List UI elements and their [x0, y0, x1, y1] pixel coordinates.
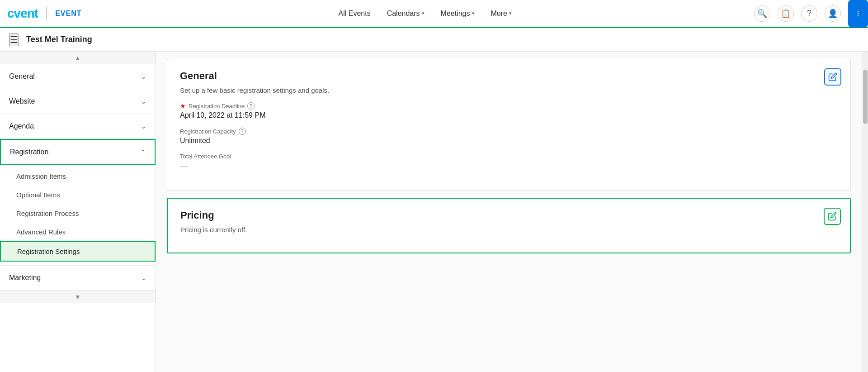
content-area: General Set up a few basic registration … [156, 52, 862, 372]
top-nav: cvent EVENT All Events Calendars ▾ Meeti… [0, 0, 868, 28]
sidebar-sub-items-registration: Admission Items Optional Items Registrat… [0, 165, 156, 265]
sidebar-label-general: General [9, 72, 35, 81]
field-value-total-attendee-goal: — [180, 162, 838, 171]
chevron-up-icon: ⌃ [140, 148, 146, 156]
sidebar-section-marketing: Marketing ⌄ [0, 266, 156, 291]
reports-icon: 📋 [781, 9, 791, 19]
sidebar-section-registration: Registration ⌃ Admission Items Optional … [0, 139, 156, 266]
sidebar-section-agenda: Agenda ⌄ [0, 114, 156, 139]
info-icon-registration-capacity[interactable]: ? [239, 128, 246, 135]
field-value-registration-capacity: Unlimited [180, 137, 838, 145]
subheader: ☰ Test Mel Training [0, 28, 868, 52]
sidebar-label-registration: Registration [10, 148, 48, 156]
chevron-down-icon: ⌄ [141, 123, 146, 130]
pencil-icon [828, 212, 837, 221]
sidebar-label-agenda: Agenda [9, 122, 34, 130]
pencil-icon [828, 72, 837, 81]
logo-event: EVENT [55, 10, 81, 18]
nav-link-all-events[interactable]: All Events [339, 10, 371, 18]
sidebar-scroll-down-button[interactable]: ▼ [0, 291, 156, 303]
chevron-down-icon: ▾ [509, 10, 512, 16]
sidebar-item-admission-items[interactable]: Admission Items [0, 167, 156, 186]
sidebar-item-optional-items[interactable]: Optional Items [0, 186, 156, 204]
general-edit-button[interactable] [824, 68, 841, 86]
chevron-down-icon: ▾ [422, 10, 425, 16]
hamburger-menu-button[interactable]: ☰ [9, 33, 19, 46]
profile-button[interactable]: 👤 [825, 5, 841, 22]
content-scrollbar[interactable] [862, 52, 868, 372]
page-title: Test Mel Training [26, 35, 92, 44]
pricing-section-card: Pricing Pricing is currently off. [167, 198, 851, 253]
general-section-subtitle: Set up a few basic registration settings… [180, 86, 838, 94]
sidebar-section-website: Website ⌄ [0, 89, 156, 114]
logo-cvent: cvent [7, 6, 38, 21]
info-icon-registration-deadline[interactable]: ? [247, 102, 255, 110]
sidebar-section-header-agenda[interactable]: Agenda ⌄ [0, 114, 156, 138]
sidebar-section-header-registration[interactable]: Registration ⌃ [0, 139, 156, 165]
field-registration-deadline: ★ Registration Deadline ? April 10, 2022… [180, 102, 838, 119]
general-section-title: General [180, 70, 838, 82]
search-button[interactable]: 🔍 [754, 5, 770, 22]
chevron-down-icon: ⌄ [141, 73, 146, 80]
sidebar-item-registration-process[interactable]: Registration Process [0, 204, 156, 223]
apps-grid-button[interactable]: ⁝ [848, 0, 868, 28]
sidebar: ▲ General ⌄ Website ⌄ Agenda ⌄ Regis [0, 52, 156, 372]
search-icon: 🔍 [757, 9, 767, 19]
field-label-total-attendee-goal: Total Attendee Goal [180, 153, 838, 160]
help-icon: ? [807, 9, 811, 18]
nav-link-more[interactable]: More ▾ [491, 10, 512, 18]
scrollbar-thumb [863, 70, 868, 124]
field-value-registration-deadline: April 10, 2022 at 11:59 PM [180, 111, 838, 119]
required-asterisk: ★ [180, 102, 186, 110]
sidebar-item-advanced-rules[interactable]: Advanced Rules [0, 223, 156, 241]
sidebar-section-header-marketing[interactable]: Marketing ⌄ [0, 266, 156, 290]
chevron-down-icon: ▾ [472, 10, 475, 16]
chevron-down-icon: ⌄ [141, 274, 146, 281]
nav-links: All Events Calendars ▾ Meetings ▾ More ▾ [96, 10, 755, 18]
nav-link-meetings[interactable]: Meetings ▾ [441, 10, 475, 18]
sidebar-item-registration-settings[interactable]: Registration Settings [0, 241, 156, 262]
sidebar-label-website: Website [9, 97, 35, 105]
profile-icon: 👤 [828, 9, 838, 19]
chevron-down-icon: ⌄ [141, 98, 146, 105]
logo: cvent EVENT [7, 6, 82, 21]
pricing-section-subtitle: Pricing is currently off. [180, 226, 837, 234]
field-total-attendee-goal: Total Attendee Goal — [180, 153, 838, 171]
field-registration-capacity: Registration Capacity ? Unlimited [180, 128, 838, 145]
field-label-registration-capacity: Registration Capacity ? [180, 128, 838, 135]
pricing-edit-button[interactable] [824, 208, 841, 225]
pricing-section-title: Pricing [180, 210, 837, 221]
nav-link-calendars[interactable]: Calendars ▾ [387, 10, 425, 18]
general-section-card: General Set up a few basic registration … [167, 59, 851, 191]
sidebar-label-marketing: Marketing [9, 274, 41, 282]
reports-button[interactable]: 📋 [778, 5, 794, 22]
grid-icon: ⁝ [857, 8, 859, 19]
sidebar-section-general: General ⌄ [0, 64, 156, 89]
field-label-registration-deadline: ★ Registration Deadline ? [180, 102, 838, 110]
main-layout: ▲ General ⌄ Website ⌄ Agenda ⌄ Regis [0, 52, 868, 372]
nav-icons: 🔍 📋 ? 👤 ⁝ [754, 0, 861, 28]
sidebar-section-header-website[interactable]: Website ⌄ [0, 89, 156, 114]
help-button[interactable]: ? [801, 5, 817, 22]
sidebar-section-header-general[interactable]: General ⌄ [0, 64, 156, 89]
sidebar-scroll-up-button[interactable]: ▲ [0, 52, 156, 64]
logo-divider [46, 7, 47, 20]
